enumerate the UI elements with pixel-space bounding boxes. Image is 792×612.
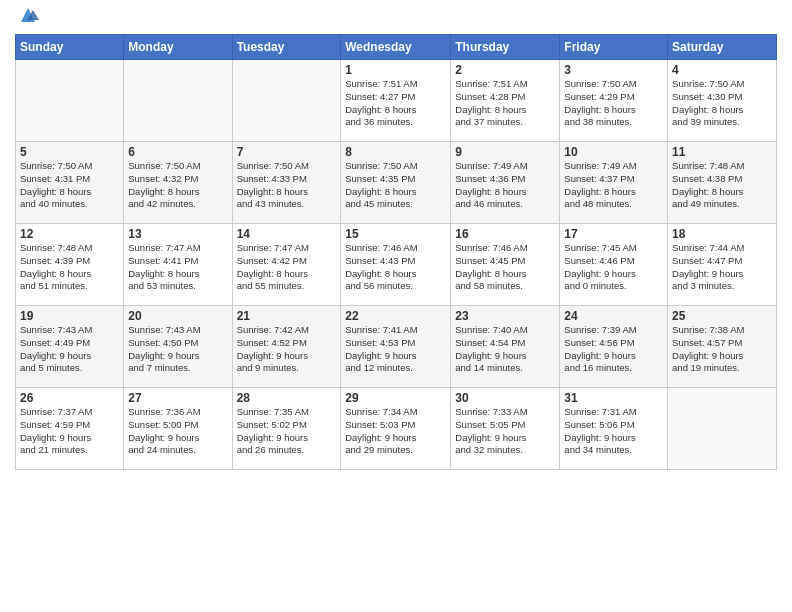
day-info: Sunrise: 7:51 AM Sunset: 4:28 PM Dayligh… <box>455 78 555 129</box>
day-number: 5 <box>20 145 119 159</box>
day-number: 31 <box>564 391 663 405</box>
day-number: 2 <box>455 63 555 77</box>
calendar-cell <box>232 60 341 142</box>
day-number: 12 <box>20 227 119 241</box>
day-info: Sunrise: 7:42 AM Sunset: 4:52 PM Dayligh… <box>237 324 337 375</box>
day-header-saturday: Saturday <box>668 35 777 60</box>
day-header-friday: Friday <box>560 35 668 60</box>
day-number: 20 <box>128 309 227 323</box>
day-info: Sunrise: 7:36 AM Sunset: 5:00 PM Dayligh… <box>128 406 227 457</box>
day-info: Sunrise: 7:31 AM Sunset: 5:06 PM Dayligh… <box>564 406 663 457</box>
calendar-cell: 23Sunrise: 7:40 AM Sunset: 4:54 PM Dayli… <box>451 306 560 388</box>
calendar-table: SundayMondayTuesdayWednesdayThursdayFrid… <box>15 34 777 470</box>
day-number: 10 <box>564 145 663 159</box>
day-info: Sunrise: 7:51 AM Sunset: 4:27 PM Dayligh… <box>345 78 446 129</box>
calendar-cell: 30Sunrise: 7:33 AM Sunset: 5:05 PM Dayli… <box>451 388 560 470</box>
calendar-header-row: SundayMondayTuesdayWednesdayThursdayFrid… <box>16 35 777 60</box>
calendar-cell <box>124 60 232 142</box>
calendar-cell: 1Sunrise: 7:51 AM Sunset: 4:27 PM Daylig… <box>341 60 451 142</box>
day-number: 23 <box>455 309 555 323</box>
day-info: Sunrise: 7:45 AM Sunset: 4:46 PM Dayligh… <box>564 242 663 293</box>
day-number: 1 <box>345 63 446 77</box>
calendar-cell: 26Sunrise: 7:37 AM Sunset: 4:59 PM Dayli… <box>16 388 124 470</box>
day-info: Sunrise: 7:50 AM Sunset: 4:29 PM Dayligh… <box>564 78 663 129</box>
day-info: Sunrise: 7:50 AM Sunset: 4:30 PM Dayligh… <box>672 78 772 129</box>
day-number: 11 <box>672 145 772 159</box>
calendar-cell: 17Sunrise: 7:45 AM Sunset: 4:46 PM Dayli… <box>560 224 668 306</box>
day-number: 25 <box>672 309 772 323</box>
day-number: 17 <box>564 227 663 241</box>
calendar-cell: 9Sunrise: 7:49 AM Sunset: 4:36 PM Daylig… <box>451 142 560 224</box>
calendar-cell: 14Sunrise: 7:47 AM Sunset: 4:42 PM Dayli… <box>232 224 341 306</box>
day-number: 19 <box>20 309 119 323</box>
day-number: 27 <box>128 391 227 405</box>
day-number: 26 <box>20 391 119 405</box>
day-info: Sunrise: 7:41 AM Sunset: 4:53 PM Dayligh… <box>345 324 446 375</box>
day-number: 30 <box>455 391 555 405</box>
day-info: Sunrise: 7:34 AM Sunset: 5:03 PM Dayligh… <box>345 406 446 457</box>
day-number: 18 <box>672 227 772 241</box>
calendar-cell: 31Sunrise: 7:31 AM Sunset: 5:06 PM Dayli… <box>560 388 668 470</box>
calendar-cell: 16Sunrise: 7:46 AM Sunset: 4:45 PM Dayli… <box>451 224 560 306</box>
day-info: Sunrise: 7:43 AM Sunset: 4:50 PM Dayligh… <box>128 324 227 375</box>
day-info: Sunrise: 7:48 AM Sunset: 4:39 PM Dayligh… <box>20 242 119 293</box>
day-number: 7 <box>237 145 337 159</box>
day-info: Sunrise: 7:50 AM Sunset: 4:32 PM Dayligh… <box>128 160 227 211</box>
day-header-sunday: Sunday <box>16 35 124 60</box>
calendar-cell: 12Sunrise: 7:48 AM Sunset: 4:39 PM Dayli… <box>16 224 124 306</box>
day-number: 6 <box>128 145 227 159</box>
calendar-cell: 13Sunrise: 7:47 AM Sunset: 4:41 PM Dayli… <box>124 224 232 306</box>
day-info: Sunrise: 7:46 AM Sunset: 4:43 PM Dayligh… <box>345 242 446 293</box>
calendar-cell: 20Sunrise: 7:43 AM Sunset: 4:50 PM Dayli… <box>124 306 232 388</box>
day-number: 29 <box>345 391 446 405</box>
calendar-cell: 6Sunrise: 7:50 AM Sunset: 4:32 PM Daylig… <box>124 142 232 224</box>
day-number: 13 <box>128 227 227 241</box>
day-info: Sunrise: 7:37 AM Sunset: 4:59 PM Dayligh… <box>20 406 119 457</box>
day-info: Sunrise: 7:49 AM Sunset: 4:37 PM Dayligh… <box>564 160 663 211</box>
day-number: 8 <box>345 145 446 159</box>
calendar-cell: 5Sunrise: 7:50 AM Sunset: 4:31 PM Daylig… <box>16 142 124 224</box>
calendar-cell: 29Sunrise: 7:34 AM Sunset: 5:03 PM Dayli… <box>341 388 451 470</box>
day-number: 24 <box>564 309 663 323</box>
day-header-monday: Monday <box>124 35 232 60</box>
day-info: Sunrise: 7:35 AM Sunset: 5:02 PM Dayligh… <box>237 406 337 457</box>
calendar-cell: 18Sunrise: 7:44 AM Sunset: 4:47 PM Dayli… <box>668 224 777 306</box>
calendar-cell <box>16 60 124 142</box>
page-container: SundayMondayTuesdayWednesdayThursdayFrid… <box>0 0 792 478</box>
day-number: 9 <box>455 145 555 159</box>
day-info: Sunrise: 7:43 AM Sunset: 4:49 PM Dayligh… <box>20 324 119 375</box>
day-header-tuesday: Tuesday <box>232 35 341 60</box>
day-info: Sunrise: 7:39 AM Sunset: 4:56 PM Dayligh… <box>564 324 663 375</box>
calendar-cell: 25Sunrise: 7:38 AM Sunset: 4:57 PM Dayli… <box>668 306 777 388</box>
calendar-cell: 11Sunrise: 7:48 AM Sunset: 4:38 PM Dayli… <box>668 142 777 224</box>
calendar-cell: 27Sunrise: 7:36 AM Sunset: 5:00 PM Dayli… <box>124 388 232 470</box>
day-info: Sunrise: 7:50 AM Sunset: 4:35 PM Dayligh… <box>345 160 446 211</box>
day-number: 22 <box>345 309 446 323</box>
calendar-cell: 8Sunrise: 7:50 AM Sunset: 4:35 PM Daylig… <box>341 142 451 224</box>
day-info: Sunrise: 7:49 AM Sunset: 4:36 PM Dayligh… <box>455 160 555 211</box>
day-number: 21 <box>237 309 337 323</box>
day-header-thursday: Thursday <box>451 35 560 60</box>
calendar-cell: 19Sunrise: 7:43 AM Sunset: 4:49 PM Dayli… <box>16 306 124 388</box>
day-info: Sunrise: 7:46 AM Sunset: 4:45 PM Dayligh… <box>455 242 555 293</box>
day-info: Sunrise: 7:47 AM Sunset: 4:42 PM Dayligh… <box>237 242 337 293</box>
day-info: Sunrise: 7:33 AM Sunset: 5:05 PM Dayligh… <box>455 406 555 457</box>
day-info: Sunrise: 7:50 AM Sunset: 4:31 PM Dayligh… <box>20 160 119 211</box>
day-info: Sunrise: 7:48 AM Sunset: 4:38 PM Dayligh… <box>672 160 772 211</box>
day-info: Sunrise: 7:50 AM Sunset: 4:33 PM Dayligh… <box>237 160 337 211</box>
header <box>15 10 777 26</box>
calendar-cell: 15Sunrise: 7:46 AM Sunset: 4:43 PM Dayli… <box>341 224 451 306</box>
calendar-cell: 7Sunrise: 7:50 AM Sunset: 4:33 PM Daylig… <box>232 142 341 224</box>
calendar-cell: 21Sunrise: 7:42 AM Sunset: 4:52 PM Dayli… <box>232 306 341 388</box>
calendar-week-row: 26Sunrise: 7:37 AM Sunset: 4:59 PM Dayli… <box>16 388 777 470</box>
calendar-cell <box>668 388 777 470</box>
calendar-cell: 2Sunrise: 7:51 AM Sunset: 4:28 PM Daylig… <box>451 60 560 142</box>
day-number: 4 <box>672 63 772 77</box>
day-number: 14 <box>237 227 337 241</box>
calendar-cell: 24Sunrise: 7:39 AM Sunset: 4:56 PM Dayli… <box>560 306 668 388</box>
day-info: Sunrise: 7:47 AM Sunset: 4:41 PM Dayligh… <box>128 242 227 293</box>
calendar-cell: 3Sunrise: 7:50 AM Sunset: 4:29 PM Daylig… <box>560 60 668 142</box>
day-info: Sunrise: 7:38 AM Sunset: 4:57 PM Dayligh… <box>672 324 772 375</box>
calendar-cell: 4Sunrise: 7:50 AM Sunset: 4:30 PM Daylig… <box>668 60 777 142</box>
calendar-cell: 22Sunrise: 7:41 AM Sunset: 4:53 PM Dayli… <box>341 306 451 388</box>
